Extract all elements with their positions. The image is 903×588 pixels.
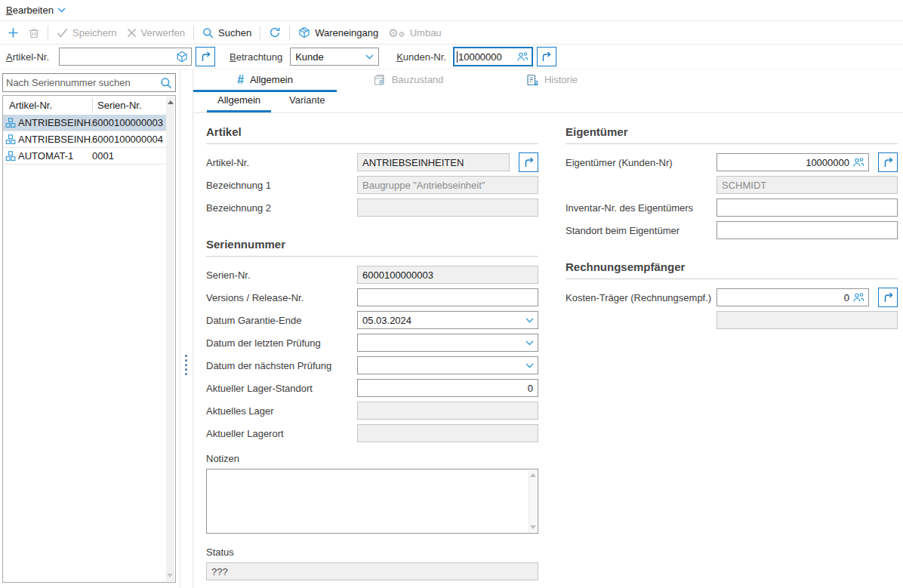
text-caret	[457, 51, 458, 63]
standort-eigentuemer-label: Standort beim Eigentümer	[566, 225, 717, 236]
filter-row: Artikel-Nr. Betrachtung Kunde Kunden-Nr.…	[0, 45, 903, 69]
assembly-icon	[3, 118, 18, 128]
refresh-button[interactable]	[267, 25, 282, 40]
turn-right-arrow-icon	[883, 292, 894, 303]
tab-allgemein[interactable]: # Allgemein	[193, 69, 337, 92]
tab-allgemein-label: Allgemein	[250, 74, 293, 85]
letzte-pruefung-datepicker[interactable]	[357, 334, 538, 352]
scroll-up-arrow[interactable]	[168, 100, 174, 104]
main-tabs: # Allgemein Bauzustand	[193, 69, 903, 92]
customers-icon[interactable]	[852, 157, 865, 168]
toolbar-separator	[289, 26, 290, 40]
chevron-down-icon[interactable]	[525, 318, 534, 323]
eigentuemer-open-button[interactable]	[878, 152, 898, 172]
artikel-open-button[interactable]	[196, 47, 215, 66]
trash-icon	[29, 27, 39, 38]
list-item-serien: 0001	[92, 150, 166, 162]
assembly-icon	[3, 151, 18, 162]
bezeichnung2-field	[357, 199, 538, 217]
scroll-down-arrow[interactable]	[530, 525, 536, 529]
inventar-nr-input[interactable]	[717, 199, 898, 217]
garantie-ende-datepicker[interactable]	[357, 311, 538, 329]
delete-button[interactable]	[27, 26, 41, 40]
rechnungsempfaenger-name-field	[717, 311, 898, 329]
status-field: ???	[206, 562, 538, 580]
goods-receipt-button[interactable]: Wareneingang	[297, 25, 380, 40]
artikel-nr-field: ANTRIEBSEINHEITEN	[357, 153, 510, 171]
save-button[interactable]: Speichern	[55, 26, 119, 40]
kostentraeger-input[interactable]	[720, 292, 852, 303]
hash-icon: #	[237, 74, 244, 86]
chevron-down-icon[interactable]	[525, 340, 534, 346]
panel-splitter[interactable]	[180, 69, 193, 588]
notizen-scrollbar[interactable]	[529, 470, 537, 532]
toolbar: Speichern Verwerfen Suchen Wareneingang	[0, 21, 903, 45]
list-scrollbar[interactable]	[166, 97, 174, 581]
kunden-nr-input[interactable]: 10000000	[453, 47, 533, 66]
naechste-pruefung-datepicker[interactable]	[357, 356, 538, 374]
version-input[interactable]	[357, 288, 538, 306]
aktuelles-lager-label: Aktuelles Lager	[206, 405, 357, 417]
splitter-grip-icon	[185, 355, 187, 375]
notizen-label: Notizen	[206, 453, 538, 464]
search-icon[interactable]	[160, 77, 172, 89]
serial-list: Artikel-Nr. Serien-Nr. ANTRIEBSEINH... 6…	[2, 95, 176, 583]
letzte-pruefung-input[interactable]	[358, 337, 525, 349]
lager-standort-input[interactable]	[357, 379, 538, 397]
kunden-nr-label: Kunden-Nr.	[396, 51, 446, 63]
kunden-nr-value: 10000000	[458, 51, 516, 63]
chevron-down-icon	[365, 54, 374, 60]
kostentraeger-field[interactable]	[717, 288, 869, 306]
aktueller-lagerort-field	[357, 424, 538, 442]
search-button[interactable]: Suchen	[201, 26, 253, 40]
list-item[interactable]: AUTOMAT-1 0001	[3, 148, 166, 165]
scroll-up-arrow[interactable]	[530, 473, 536, 477]
detail-form: Artikel Artikel-Nr. ANTRIEBSEINHEITEN Be…	[193, 113, 903, 588]
list-item[interactable]: ANTRIEBSEINH... 6000100000004	[3, 131, 166, 148]
bezeichnung1-label: Bezeichnung 1	[206, 180, 357, 191]
section-title-seriennummer: Seriennummer	[206, 238, 538, 257]
artikel-nr-filter-field[interactable]	[59, 48, 192, 66]
sidebar: Artikel-Nr. Serien-Nr. ANTRIEBSEINH... 6…	[0, 69, 180, 588]
form-left-column: Artikel Artikel-Nr. ANTRIEBSEINHEITEN Be…	[206, 125, 538, 588]
eigentuemer-kunden-nr-input[interactable]	[720, 157, 852, 168]
plus-icon	[8, 27, 19, 38]
menu-bearbeiten[interactable]: Bearbeiten	[6, 5, 66, 16]
serial-search-input[interactable]	[6, 77, 160, 88]
list-item[interactable]: ANTRIEBSEINH... 6000100000003	[3, 115, 166, 131]
subtab-allgemein[interactable]: Allgemein	[207, 91, 271, 112]
kostentraeger-open-button[interactable]	[878, 288, 898, 307]
betrachtung-select[interactable]: Kunde	[290, 48, 379, 66]
subtab-variante[interactable]: Variante	[279, 91, 335, 112]
eigentuemer-kunden-nr-field[interactable]	[717, 153, 869, 171]
serial-list-header: Artikel-Nr. Serien-Nr.	[3, 96, 166, 115]
artikel-nr-filter-input[interactable]	[60, 49, 176, 64]
menu-bar: Bearbeiten	[0, 0, 903, 21]
notizen-textarea[interactable]	[206, 469, 538, 534]
chevron-down-icon[interactable]	[525, 363, 534, 368]
section-title-eigentuemer: Eigentümer	[566, 125, 898, 144]
customers-icon[interactable]	[852, 292, 865, 303]
column-header-serien[interactable]: Serien-Nr.	[92, 98, 166, 112]
naechste-pruefung-label: Datum der nächsten Prüfung	[206, 360, 357, 371]
scroll-down-arrow[interactable]	[167, 574, 173, 577]
kunden-open-button[interactable]	[537, 47, 556, 66]
artikel-nr-open-button[interactable]	[519, 152, 538, 172]
garantie-ende-label: Datum Garantie-Ende	[206, 315, 357, 326]
serial-search-field[interactable]	[2, 73, 176, 92]
rebuild-button[interactable]: ⚙⚙ Umbau	[387, 26, 442, 40]
list-item-serien: 6000100000003	[92, 117, 166, 128]
tab-bauzustand[interactable]: Bauzustand	[337, 69, 480, 92]
discard-button[interactable]: Verwerfen	[125, 26, 187, 40]
betrachtung-selected-value: Kunde	[295, 51, 324, 63]
standort-eigentuemer-input[interactable]	[717, 221, 898, 239]
lager-standort-label: Aktueller Lager-Standort	[206, 383, 357, 394]
column-header-artikel[interactable]: Artikel-Nr.	[3, 100, 92, 111]
tab-historie[interactable]: Historie	[480, 69, 624, 92]
new-button[interactable]	[6, 26, 20, 40]
garantie-ende-input[interactable]	[358, 315, 525, 326]
main-panel: # Allgemein Bauzustand	[193, 69, 903, 588]
cube-icon[interactable]	[176, 51, 188, 63]
body: Artikel-Nr. Serien-Nr. ANTRIEBSEINH... 6…	[0, 69, 903, 588]
naechste-pruefung-input[interactable]	[358, 360, 525, 371]
